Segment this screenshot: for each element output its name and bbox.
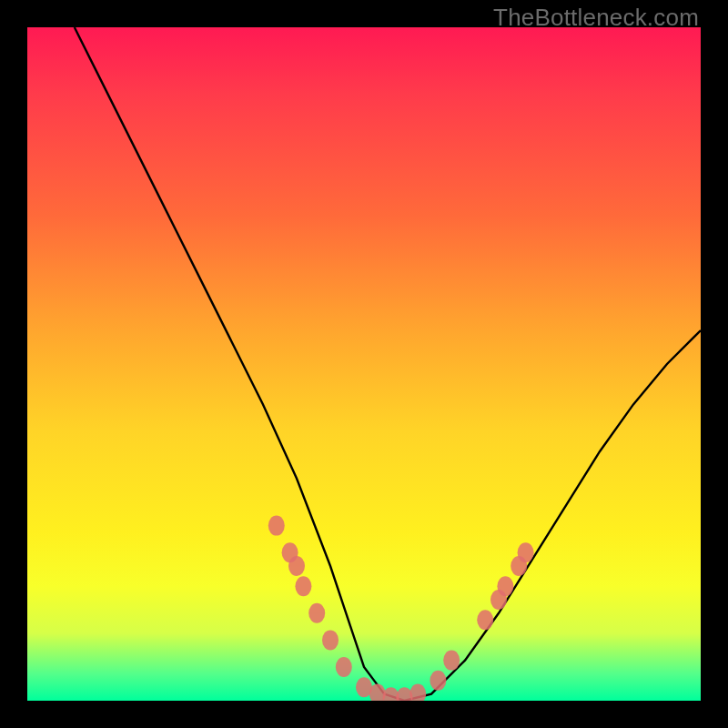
bottleneck-curve-path <box>75 27 701 701</box>
curve-marker <box>336 657 352 677</box>
curve-marker <box>430 671 446 691</box>
curve-marker <box>477 610 493 630</box>
curve-marker <box>497 576 513 596</box>
plot-area <box>27 27 701 701</box>
curve-marker <box>288 556 305 576</box>
curve-marker <box>268 516 285 536</box>
curve-marker <box>308 603 325 623</box>
curve-marker <box>518 542 534 562</box>
curve-marker <box>322 630 339 650</box>
curve-marker <box>443 651 460 671</box>
curve-markers <box>268 516 534 701</box>
curve-marker <box>410 684 426 701</box>
chart-frame: TheBottleneck.com <box>0 0 728 728</box>
bottleneck-curve-svg <box>27 27 701 701</box>
curve-marker <box>295 576 311 596</box>
